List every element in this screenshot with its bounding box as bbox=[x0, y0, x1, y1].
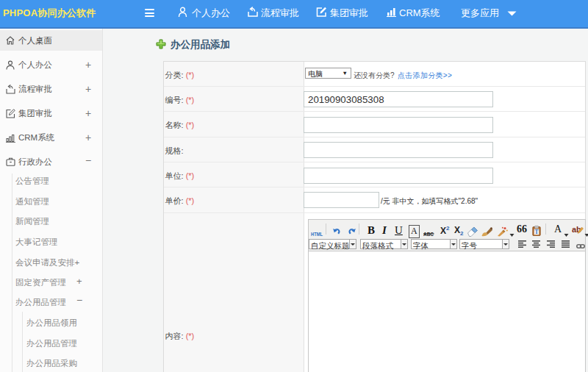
svg-text:T: T bbox=[534, 229, 538, 235]
svg-text:HTML: HTML bbox=[311, 232, 323, 237]
